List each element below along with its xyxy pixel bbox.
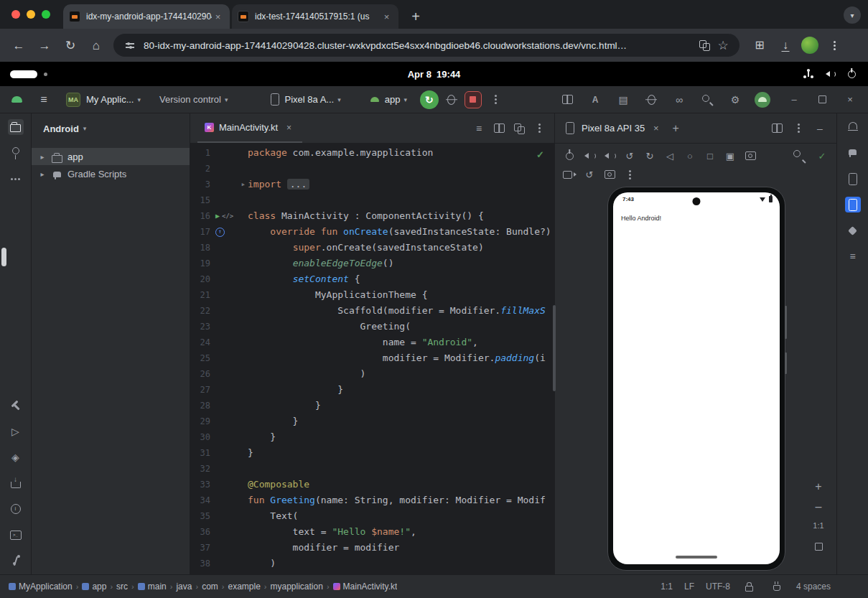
running-devices-icon[interactable] (845, 197, 861, 212)
volume-icon[interactable] (822, 66, 838, 82)
layout-inspector-icon[interactable] (559, 92, 575, 108)
build-icon[interactable] (8, 475, 24, 491)
browser-tab-2[interactable]: idx-test-1744140517915:1 (us × (232, 4, 398, 29)
device-selector[interactable]: Pixel 8a A...▾ (269, 93, 341, 106)
code-line-29[interactable]: 29 } (190, 414, 554, 429)
indent-style[interactable]: 4 spaces (796, 581, 831, 592)
readonly-icon[interactable] (742, 579, 757, 594)
volume-up-icon[interactable] (581, 147, 598, 164)
run-gutter-icon[interactable]: ▶ (215, 208, 220, 224)
code-line-2[interactable]: 2 (190, 161, 554, 177)
bookmark-star-icon[interactable]: ☆ (715, 37, 731, 53)
encoding[interactable]: UTF-8 (706, 581, 730, 592)
code-line-22[interactable]: 22 Scaffold(modifier = Modifier.fillMaxS (190, 303, 554, 319)
commit-icon[interactable] (8, 145, 24, 161)
code-line-1[interactable]: 1package com.example.myapplication (190, 145, 554, 161)
code-line-18[interactable]: 18 super.onCreate(savedInstanceState) (190, 240, 554, 256)
home-indicator[interactable] (676, 556, 717, 559)
power-icon[interactable] (844, 66, 859, 82)
editor-tab-mainactivity[interactable]: K MainActivity.kt × (197, 113, 302, 143)
extensions-icon[interactable]: ⊞ (750, 35, 770, 55)
zoom-mode-icon[interactable] (790, 147, 808, 164)
settings-icon[interactable]: ⚙ (727, 92, 743, 108)
tool-window-handle[interactable] (1, 248, 6, 266)
browser-tab-1[interactable]: idx-my-android-app-1744140290428 × (63, 4, 230, 29)
code-line-30[interactable]: 30 } (190, 429, 554, 445)
preview-gutter-icon[interactable]: </> (222, 208, 233, 224)
vcs-selector[interactable]: Version control▾ (159, 94, 228, 105)
device-manager-icon[interactable] (845, 171, 861, 187)
zoom-button[interactable] (42, 10, 50, 19)
line-separator[interactable]: LF (684, 581, 694, 592)
forward-icon[interactable]: → (33, 34, 56, 57)
activities-pill[interactable] (10, 70, 37, 78)
profiler-icon[interactable] (643, 92, 659, 108)
splitter-handle[interactable] (553, 305, 556, 391)
breadcrumb-src[interactable]: src (116, 581, 128, 592)
expand-icon[interactable]: ▸ (39, 153, 46, 161)
caret-position[interactable]: 1:1 (661, 581, 673, 592)
structure-icon[interactable]: ≡ (845, 248, 861, 264)
code-line-16[interactable]: 16▶</>class MainActivity : ComponentActi… (190, 208, 554, 224)
code-line-33[interactable]: 33@Composable (190, 477, 554, 492)
run-tool-icon[interactable]: ▷ (8, 424, 24, 439)
breadcrumb-example[interactable]: example (228, 581, 260, 592)
breadcrumb-main[interactable]: main (138, 581, 167, 592)
code-line-24[interactable]: 24 name = "Android", (190, 335, 554, 350)
code-line-21[interactable]: 21 MyApplicationTheme { (190, 287, 554, 303)
more-icon[interactable] (621, 166, 638, 183)
device-explorer-icon[interactable]: ◈ (8, 449, 24, 465)
network-icon[interactable] (801, 66, 816, 82)
notifications-icon[interactable] (845, 119, 861, 135)
code-line-35[interactable]: 35 Text( (190, 508, 554, 524)
code-line-37[interactable]: 37 modifier = modifier (190, 540, 554, 556)
minimize-button[interactable]: – (786, 92, 802, 108)
code-line-15[interactable]: 15 (190, 192, 554, 208)
more-icon[interactable] (531, 121, 547, 136)
search-everywhere-icon[interactable] (699, 92, 715, 108)
run-config-selector[interactable]: app▾ (368, 93, 407, 106)
url-text[interactable]: 80-idx-my-android-app-1744140290428.clus… (144, 40, 691, 51)
override-gutter-icon[interactable]: ↑ (215, 228, 225, 237)
code-line-26[interactable]: 26 ) (190, 366, 554, 382)
debug-button[interactable] (444, 92, 459, 108)
close-tab-icon[interactable]: × (283, 121, 295, 134)
close-tab-icon[interactable]: × (381, 11, 393, 23)
tree-item-gradle-scripts[interactable]: ▸Gradle Scripts (32, 165, 190, 182)
minimize-button[interactable] (27, 10, 35, 19)
volume-down-icon[interactable] (601, 147, 618, 164)
close-tab-icon[interactable]: × (650, 122, 662, 134)
breadcrumb-java[interactable]: java (176, 581, 192, 592)
home-icon[interactable]: ○ (681, 147, 699, 164)
rotate-left-icon[interactable]: ↺ (621, 147, 638, 164)
split-editor-icon[interactable] (491, 121, 507, 136)
back-icon[interactable]: ◁ (661, 147, 678, 164)
code-line-19[interactable]: 19 enableEdgeToEdge() (190, 256, 554, 271)
ready-check-icon[interactable]: ✓ (813, 147, 831, 164)
code-line-3[interactable]: 3▸import ... (190, 177, 554, 192)
code-line-34[interactable]: 34fun Greeting(name: String, modifier: M… (190, 492, 554, 508)
user-avatar[interactable] (755, 92, 770, 108)
add-device-button[interactable]: + (668, 121, 683, 136)
power-icon[interactable] (561, 147, 578, 164)
code-line-28[interactable]: 28 } (190, 398, 554, 414)
device-mirroring-icon[interactable]: ∞ (671, 92, 687, 108)
browser-menu-icon[interactable] (824, 35, 844, 55)
back-icon[interactable]: ← (7, 34, 30, 57)
downloads-icon[interactable]: ↓ (775, 35, 795, 55)
project-view-selector[interactable]: Android ▾ (32, 113, 190, 144)
camera-icon[interactable] (742, 147, 759, 164)
zoom-in-button[interactable]: + (815, 481, 821, 492)
code-line-25[interactable]: 25 modifier = Modifier.padding(i (190, 350, 554, 366)
inspections-ok-icon[interactable]: ✓ (536, 149, 544, 160)
fold-region-icon[interactable]: ▸ (241, 177, 246, 192)
run-button[interactable]: ↻ (420, 90, 439, 109)
close-button[interactable] (11, 10, 20, 19)
detach-editor-icon[interactable] (511, 121, 527, 136)
version-control-icon[interactable] (8, 553, 24, 569)
breadcrumb-mainactivity-kt[interactable]: MainActivity.kt (333, 581, 398, 592)
gradle-icon[interactable] (845, 145, 861, 161)
profile-avatar[interactable] (801, 37, 818, 54)
gemini-icon[interactable] (845, 223, 861, 238)
zoom-fit-button[interactable] (811, 538, 826, 554)
